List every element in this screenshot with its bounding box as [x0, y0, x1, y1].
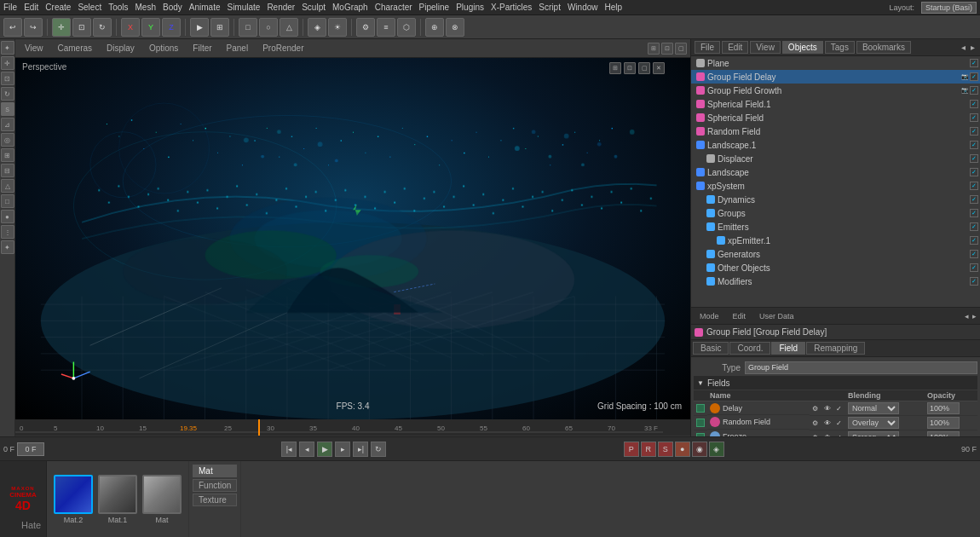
timeline-record-btn3[interactable]: ◈ — [709, 442, 724, 457]
tree-visibility-sf[interactable]: ✓ — [970, 113, 978, 122]
right-tab-bookmarks[interactable]: Bookmarks — [856, 41, 911, 54]
menu-item-plugins[interactable]: Plugins — [456, 3, 484, 12]
bottom-tab-mat[interactable]: Mat — [193, 465, 237, 477]
left-tool-11[interactable]: ● — [1, 210, 14, 223]
menu-item-create[interactable]: Create — [45, 3, 71, 12]
blend-select-freeze[interactable]: Screen — [848, 431, 899, 436]
vp-corner-btn-1[interactable]: ⊞ — [609, 62, 621, 74]
bottom-tab-texture[interactable]: Texture — [193, 494, 237, 506]
material-mat1[interactable]: Mat.1 — [98, 475, 137, 524]
timeline-record-all[interactable]: ● — [675, 442, 690, 457]
fields-row-delay[interactable]: Delay ⚙ 👁 ✓ Normal — [694, 401, 977, 416]
tree-visibility-emit[interactable]: ✓ — [970, 222, 978, 231]
opacity-delay[interactable] — [927, 402, 960, 414]
left-tool-7[interactable]: ⊞ — [1, 148, 14, 162]
timeline-btn-prev[interactable]: ◂ — [299, 442, 314, 457]
tree-visibility-grp[interactable]: ✓ — [970, 209, 978, 217]
tree-item-random-field[interactable]: Random Field ✓ — [691, 124, 980, 138]
menu-item-sculpt[interactable]: Sculpt — [302, 3, 326, 12]
tree-item-group-field-growth[interactable]: Group Field Growth 📷 ✓ — [691, 84, 980, 97]
field-icon-3c[interactable]: ✓ — [836, 434, 842, 436]
toolbar-move[interactable]: ✛ — [52, 18, 71, 37]
toolbar-extra1[interactable]: ⊕ — [425, 18, 444, 37]
row-check-delay[interactable] — [696, 404, 705, 413]
toolbar-extra2[interactable]: ⊗ — [446, 18, 464, 37]
menu-item-xparticles[interactable]: X-Particles — [491, 3, 532, 12]
vp-display-btn[interactable]: Display — [101, 41, 141, 56]
left-tool-move[interactable]: ✛ — [1, 56, 14, 70]
toolbar-mat[interactable]: ◈ — [308, 18, 326, 37]
toolbar-scale[interactable]: ⊡ — [72, 18, 91, 37]
vp-icon-2[interactable]: ⊡ — [661, 43, 673, 55]
vp-options-btn[interactable]: Options — [143, 41, 184, 56]
field-tab-field[interactable]: Field — [771, 342, 805, 355]
vp-corner-btn-2[interactable]: ⊡ — [624, 62, 636, 74]
tree-visibility-disp[interactable]: ✓ — [970, 154, 978, 163]
material-mat[interactable]: Mat — [142, 475, 182, 524]
timeline-record-scl[interactable]: S — [658, 442, 673, 457]
timeline-btn-end[interactable]: ▸| — [353, 442, 368, 457]
timeline-btn-loop[interactable]: ↻ — [371, 442, 386, 457]
row-check-freeze[interactable] — [696, 433, 705, 436]
row-check-random[interactable] — [696, 419, 705, 427]
left-tool-9[interactable]: △ — [1, 179, 14, 193]
tree-visibility-xpe[interactable]: ✓ — [970, 236, 978, 245]
menu-item-edit[interactable]: Edit — [24, 3, 38, 12]
menu-item-pipeline[interactable]: Pipeline — [419, 3, 450, 12]
field-icon-2c[interactable]: ✓ — [836, 419, 842, 427]
vp-view-btn[interactable]: View — [19, 41, 49, 56]
vp-cameras-btn[interactable]: Cameras — [52, 41, 99, 56]
menu-item-render[interactable]: Render — [267, 3, 295, 12]
toolbar-y[interactable]: Y — [141, 18, 160, 37]
field-icon-1a[interactable]: ⚙ — [812, 405, 818, 413]
left-tool-rotate[interactable]: ↻ — [1, 87, 14, 101]
mode-userdata-btn[interactable]: User Data — [754, 310, 799, 322]
menu-item-mesh[interactable]: Mesh — [135, 3, 156, 12]
tree-item-generators[interactable]: Generators ✓ — [691, 247, 980, 261]
field-icon-1c[interactable]: ✓ — [836, 405, 842, 413]
left-tool-s[interactable]: S — [1, 102, 14, 116]
toolbar-undo[interactable]: ↩ — [3, 18, 22, 37]
tree-item-xpemitter[interactable]: xpEmitter.1 ✓ — [691, 234, 980, 247]
vp-filter-btn[interactable]: Filter — [187, 41, 217, 56]
blend-select-delay[interactable]: Normal — [848, 402, 899, 414]
tree-item-landscape[interactable]: Landscape ✓ — [691, 165, 980, 179]
menu-item-simulate[interactable]: Simulate — [227, 3, 260, 12]
tree-visibility-l1[interactable]: ✓ — [970, 141, 978, 149]
timeline-record-rot[interactable]: R — [641, 442, 656, 457]
tree-visibility-other[interactable]: ✓ — [970, 263, 978, 272]
right-tab-file[interactable]: File — [695, 41, 720, 54]
right-panel-expand[interactable]: ▸ — [969, 43, 977, 52]
right-tab-view[interactable]: View — [750, 41, 781, 54]
menu-item-character[interactable]: Character — [375, 3, 412, 12]
mode-edit-btn[interactable]: Edit — [728, 310, 752, 322]
opacity-freeze[interactable] — [927, 431, 960, 436]
tree-item-spherical[interactable]: Spherical Field ✓ — [691, 111, 980, 124]
toolbar-settings2[interactable]: ≡ — [377, 18, 395, 37]
tree-visibility-dyn[interactable]: ✓ — [970, 195, 978, 204]
toolbar-settings1[interactable]: ⚙ — [356, 18, 375, 37]
layout-selector[interactable]: Startup (Basi) — [921, 2, 977, 14]
toolbar-settings3[interactable]: ⬡ — [397, 18, 416, 37]
toolbar-redo[interactable]: ↪ — [24, 18, 43, 37]
tree-visibility-gfg[interactable]: ✓ — [970, 86, 978, 95]
menu-item-help[interactable]: Help — [604, 3, 622, 12]
tree-visibility-mod[interactable]: ✓ — [970, 277, 978, 286]
toolbar-obj3[interactable]: △ — [280, 18, 298, 37]
tree-visibility-plane[interactable]: ✓ — [970, 59, 978, 67]
blend-select-random[interactable]: Overlay — [848, 417, 899, 429]
toolbar-obj2[interactable]: ○ — [259, 18, 278, 37]
right-panel-collapse[interactable]: ◂ — [960, 43, 967, 52]
fields-section-header[interactable]: ▼ Fields — [694, 376, 977, 390]
right-tab-objects[interactable]: Objects — [782, 41, 823, 54]
menu-item-window[interactable]: Window — [568, 3, 598, 12]
vp-corner-btn-4[interactable]: ✕ — [653, 62, 665, 74]
field-type-value[interactable]: Group Field — [745, 361, 977, 374]
field-icon-2a[interactable]: ⚙ — [812, 419, 818, 427]
left-tool-select[interactable]: ✦ — [1, 41, 14, 55]
right-tab-tags[interactable]: Tags — [825, 41, 855, 54]
left-tool-8[interactable]: ⊟ — [1, 164, 14, 177]
field-icon-3a[interactable]: ⚙ — [812, 434, 818, 436]
menu-item-body[interactable]: Body — [163, 3, 182, 12]
timeline-record-btn2[interactable]: ◉ — [692, 442, 707, 457]
